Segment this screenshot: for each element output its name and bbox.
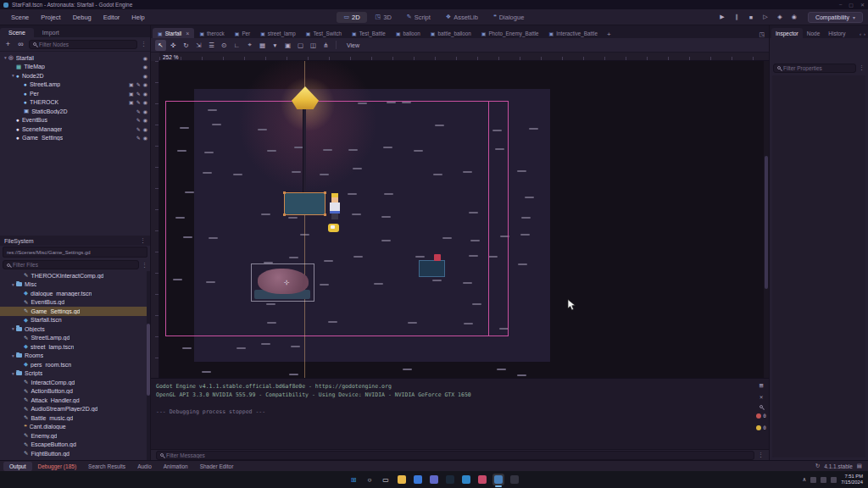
- bottom-tab-shader-editor[interactable]: Shader Editor: [194, 462, 240, 471]
- file-audiostreamplayer2d-gd[interactable]: ✎AudioStreamPlayer2D.gd: [0, 405, 150, 414]
- expand-arrow[interactable]: ▾: [10, 326, 16, 331]
- visibility-icon[interactable]: ◉: [143, 81, 147, 87]
- scene-tab-test-battle[interactable]: ▣Test_Battle: [347, 28, 391, 38]
- scene-tab-photo-enemy-battle[interactable]: ▣Photo_Enemy_Battle: [476, 28, 544, 38]
- scene-tab-per[interactable]: ▣Per: [230, 28, 255, 38]
- dock-tab-scene[interactable]: Scene: [0, 28, 34, 37]
- scene-node-tilemap[interactable]: ▦TileMap◉: [0, 63, 150, 72]
- scene-dock-menu-icon[interactable]: ⋮: [141, 41, 147, 47]
- instance-icon[interactable]: ▣: [129, 91, 134, 97]
- expand-arrow[interactable]: ▾: [3, 55, 8, 60]
- visibility-icon[interactable]: ◉: [143, 91, 147, 97]
- file-misc[interactable]: ▾Misc: [0, 280, 150, 290]
- move-tool[interactable]: ✜: [168, 40, 179, 51]
- output-menu-icon[interactable]: ⋮: [758, 452, 764, 458]
- selected-tile[interactable]: [284, 192, 326, 215]
- dock-tab-import[interactable]: Import: [34, 28, 68, 37]
- minimize-button[interactable]: –: [839, 2, 842, 8]
- filter-nodes-input[interactable]: Filter Nodes: [29, 40, 137, 49]
- bottom-tab-animation[interactable]: Animation: [158, 462, 194, 471]
- renderer-selector[interactable]: Compatibility ▾: [808, 12, 863, 23]
- scene-tab-therock[interactable]: ▣therock: [194, 28, 229, 38]
- script-icon[interactable]: ✎: [136, 108, 141, 114]
- scene-tab-starfall[interactable]: ▣Starfall×: [153, 28, 194, 38]
- search-icon[interactable]: [760, 405, 763, 408]
- script-icon[interactable]: ✎: [136, 135, 141, 141]
- group-toggle[interactable]: ◫: [308, 40, 319, 51]
- view-menu[interactable]: View: [341, 40, 365, 51]
- menu-scene[interactable]: Scene: [5, 11, 35, 24]
- pause-button[interactable]: ∥: [732, 12, 742, 22]
- file-fightbutton-gd[interactable]: ✎FightButton.gd: [0, 449, 150, 458]
- file-pers-room-tscn[interactable]: ◆pers_room.tscn: [0, 360, 150, 369]
- scene-node-node2d[interactable]: ▾●Node2D◉: [0, 71, 150, 80]
- scene-node-game-settings[interactable]: ●Game_Settings✎◉: [0, 134, 150, 143]
- visibility-icon[interactable]: ◉: [143, 73, 147, 79]
- skeleton-menu[interactable]: ⋔: [320, 40, 331, 51]
- new-scene-tab-button[interactable]: +: [603, 30, 615, 38]
- context-tab-3d[interactable]: ◳3D: [369, 12, 398, 23]
- visibility-icon[interactable]: ◉: [143, 55, 147, 61]
- move-gizmo-icon[interactable]: ⊹: [284, 279, 290, 286]
- scene-tab-balloon[interactable]: ▣balloon: [391, 28, 426, 38]
- filesystem-path-bar[interactable]: res://Scenes/Misc/Game_Settings.gd: [3, 247, 147, 258]
- expand-arrow[interactable]: ▾: [10, 282, 16, 287]
- file-street-lamp-tscn[interactable]: ◆street_lamp.tscn: [0, 342, 150, 352]
- unlock-toggle[interactable]: ▢: [295, 40, 306, 51]
- visibility-icon[interactable]: ◉: [143, 135, 147, 141]
- script-icon[interactable]: ✎: [136, 99, 141, 105]
- instance-icon[interactable]: ▣: [129, 81, 134, 87]
- visibility-icon[interactable]: ◉: [143, 64, 147, 69]
- instance-icon[interactable]: ▣: [129, 99, 134, 105]
- rotate-tool[interactable]: ↻: [181, 40, 192, 51]
- file-explorer[interactable]: [396, 474, 408, 485]
- network-icon[interactable]: [810, 477, 816, 483]
- menu-editor[interactable]: Editor: [97, 11, 126, 24]
- file-therockinteractcomp-gd[interactable]: ✎THEROCKInteractComp.gd: [0, 271, 150, 280]
- volume-icon[interactable]: [821, 477, 826, 483]
- add-node-button[interactable]: +: [3, 40, 13, 48]
- red-item-sprite[interactable]: [434, 254, 441, 261]
- therock-sprite[interactable]: [258, 269, 309, 294]
- scene-node-staticbody2d[interactable]: ▣StaticBody2D✎◉: [0, 107, 150, 116]
- play-custom-scene-button[interactable]: ◈: [775, 12, 785, 22]
- error-filter-toggle[interactable]: 0: [756, 412, 766, 420]
- tray-chevron-icon[interactable]: ∧: [802, 476, 806, 483]
- close-button[interactable]: ✕: [860, 2, 865, 8]
- warning-filter-toggle[interactable]: 0: [756, 424, 766, 432]
- file-starfall-tscn[interactable]: ◆Starfall.tscn: [0, 316, 150, 325]
- task-view-button[interactable]: ▭: [380, 474, 392, 485]
- file-cant-dialogue[interactable]: ❝Cant.dialogue: [0, 423, 150, 432]
- dock-tab-inspector[interactable]: Inspector: [771, 28, 803, 38]
- dock-tab-history[interactable]: History: [824, 28, 849, 38]
- context-tab-dialogue[interactable]: ❝Dialogue: [487, 12, 531, 23]
- maximize-button[interactable]: ▢: [849, 2, 854, 8]
- script-icon[interactable]: ✎: [136, 81, 141, 87]
- bottom-tab-output[interactable]: Output: [3, 462, 32, 471]
- filter-properties-input[interactable]: Filter Properties: [773, 64, 856, 73]
- history-back-icon[interactable]: ‹: [860, 31, 861, 36]
- file-eventbus-gd[interactable]: ✎EventBus.gd: [0, 298, 150, 308]
- file-scripts[interactable]: ▾Scripts: [0, 369, 150, 379]
- context-tab-assetlib[interactable]: ❖AssetLib: [439, 12, 485, 23]
- file-interactcomp-gd[interactable]: ✎InteractComp.gd: [0, 378, 150, 387]
- file-objects[interactable]: ▾Objects: [0, 324, 150, 334]
- music-app[interactable]: [476, 474, 488, 485]
- select-tool[interactable]: ↖: [155, 40, 166, 51]
- visibility-icon[interactable]: ◉: [143, 117, 147, 123]
- menu-project[interactable]: Project: [35, 11, 66, 24]
- play-button[interactable]: ▶: [717, 12, 727, 22]
- terminal[interactable]: [509, 474, 520, 485]
- file-game-settings-gd[interactable]: ✎Game_Settings.gd: [0, 307, 150, 316]
- expand-arrow[interactable]: ▾: [10, 371, 16, 376]
- steam[interactable]: [444, 474, 456, 485]
- context-tab-script[interactable]: ✎Script: [400, 12, 437, 23]
- godot[interactable]: [492, 474, 504, 485]
- scene-tab-battle-balloon[interactable]: ▣battle_balloon: [426, 28, 476, 38]
- file-streetlamp-gd[interactable]: ✎StreetLamp.gd: [0, 334, 150, 343]
- file-actionbutton-gd[interactable]: ✎ActionButton.gd: [0, 387, 150, 396]
- menu-help[interactable]: Help: [125, 11, 150, 24]
- expand-arrow[interactable]: ▾: [10, 73, 16, 78]
- bottom-tab-debugger-185-[interactable]: Debugger (185): [32, 462, 83, 471]
- code-editor[interactable]: [460, 474, 472, 485]
